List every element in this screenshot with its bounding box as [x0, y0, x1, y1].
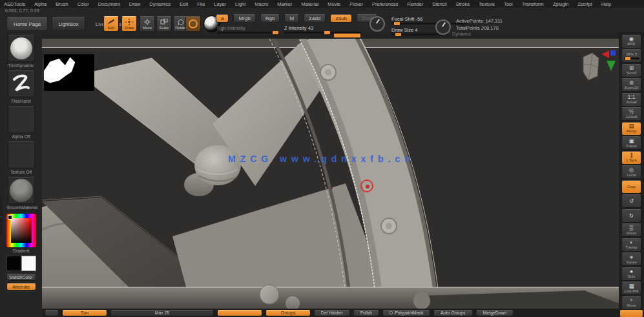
shelf-button[interactable]: + Move	[621, 296, 641, 310]
quick-bar-button[interactable]: Auto Groups	[433, 310, 472, 316]
shelf-button[interactable]: ↺	[621, 194, 641, 208]
move-button[interactable]: Move	[140, 16, 155, 32]
shelf-button[interactable]: ½ AAHalf	[621, 107, 641, 121]
alternate-button[interactable]: Alternate	[6, 283, 36, 291]
menu-item[interactable]: Document	[98, 1, 120, 7]
home-page-button[interactable]: Home Page	[6, 17, 48, 31]
draw-label: Draw	[125, 26, 134, 30]
scale-button[interactable]: Scale	[156, 16, 172, 32]
shelf-button[interactable]: 1:1 Actual	[621, 93, 641, 107]
draw-button[interactable]: Draw	[121, 16, 137, 32]
shelf-button[interactable]: ◎ Local	[621, 165, 641, 179]
alpha-thumbnail	[8, 106, 35, 133]
menu-item[interactable]: Render	[408, 1, 424, 7]
menu-item[interactable]: Dynamics	[149, 1, 171, 7]
main-color-swatch[interactable]	[6, 256, 21, 271]
quick-bar-button[interactable]: Sun	[62, 310, 107, 316]
menu-item[interactable]: Stroke	[456, 1, 470, 7]
switch-color-button[interactable]: SwitchColor	[6, 274, 36, 281]
spix-slider[interactable]	[624, 57, 639, 59]
menu-item[interactable]: Marker	[277, 1, 292, 7]
brush-preview-button[interactable]	[185, 16, 201, 32]
menu-item[interactable]: Alpha	[34, 1, 47, 7]
quick-bar-button[interactable]: Polish	[353, 310, 380, 316]
quick-bar-button[interactable]: Max 25	[110, 310, 214, 316]
document-canvas[interactable]: MZCG www.qdnxxfb.cn	[42, 39, 619, 309]
mode-button[interactable]: a	[216, 14, 229, 23]
current-texture[interactable]: Texture Off	[7, 141, 36, 174]
menu-item[interactable]: File	[197, 1, 205, 7]
menu-item[interactable]: Draw	[129, 1, 141, 7]
freehand-stroke-icon	[10, 73, 32, 95]
shelf-button[interactable]: ∗ Xpose	[621, 252, 641, 266]
panel-divider-handle[interactable]: ‹	[0, 197, 3, 236]
quick-bar-button[interactable]	[217, 310, 262, 316]
menu-item[interactable]: Macro	[254, 1, 268, 7]
quick-bar-button[interactable]: MergeDown	[476, 310, 514, 316]
transp-icon: ◐	[630, 240, 633, 245]
quick-bar-button[interactable]	[45, 310, 59, 316]
shelf-button[interactable]: ◐ Transp	[621, 238, 641, 252]
lightbox-button[interactable]: LightBox	[52, 17, 85, 31]
edit-button[interactable]: Edit	[103, 16, 119, 32]
shelf-corner-button[interactable]	[620, 310, 643, 317]
rgb-intensity-label: Rgb Intensity	[217, 25, 279, 31]
shelf-button[interactable]: ▦ Link PM	[621, 281, 641, 295]
mode-button[interactable]: Zsub	[330, 14, 352, 23]
shelf-button[interactable]: ∥ L.Sym	[621, 151, 641, 165]
progress-indicator	[334, 34, 360, 37]
menu-item[interactable]: Movie	[327, 1, 340, 7]
current-material[interactable]: SmoothMaterial	[7, 177, 36, 210]
dynamic-toggle[interactable]: Dynamic	[452, 31, 471, 37]
menu-item[interactable]: Transform	[522, 1, 544, 7]
menu-item[interactable]: Zscript	[577, 1, 592, 7]
radio-dot-icon	[390, 311, 393, 314]
shelf-button[interactable]: SPix 3	[621, 49, 641, 63]
current-alpha[interactable]: Alpha Off	[7, 106, 36, 139]
menu-item[interactable]: Material	[302, 1, 319, 7]
menu-item[interactable]: Layer	[214, 1, 226, 7]
shelf-button[interactable]: ⊕ Zoom3D	[621, 78, 641, 92]
zoom-magnifier-icon: ⊕	[629, 80, 634, 86]
mode-button[interactable]: M	[284, 14, 299, 23]
menu-item[interactable]: Light	[235, 1, 245, 7]
menu-item[interactable]: Brush	[56, 1, 68, 7]
shelf-button[interactable]: ⊞ Scroll	[621, 64, 641, 77]
quick-bar-button[interactable]: PolypaintMask	[382, 310, 430, 316]
menu-item[interactable]: ASDTools	[4, 1, 25, 7]
shelf-button[interactable]: Copy	[621, 180, 641, 194]
gyro-dial[interactable]	[435, 19, 451, 35]
menu-item[interactable]: Color	[78, 1, 89, 7]
rgb-intensity-slider[interactable]: Rgb Intensity	[217, 25, 279, 34]
current-stroke[interactable]: FreeHand	[7, 70, 36, 103]
quick-bar-button[interactable]: Del Hidden	[314, 310, 350, 316]
shelf-button[interactable]: ◉ BPR	[621, 35, 641, 48]
shelf-button[interactable]: ↻	[621, 209, 641, 223]
bolt	[381, 218, 397, 234]
shelf-button[interactable]: ▣ Frame	[621, 136, 641, 150]
mode-button[interactable]: Zadd	[304, 14, 326, 23]
current-brush[interactable]: TrimDynamic	[7, 35, 36, 68]
menu-item[interactable]: Stencil	[432, 1, 447, 7]
frame-icon: ▣	[628, 138, 634, 144]
menu-item[interactable]: Help	[601, 1, 611, 7]
brush-name: TrimDynamic	[7, 63, 36, 68]
shelf-button[interactable]: ▒ Ghost	[621, 223, 641, 237]
menu-item[interactable]: Edit	[180, 1, 188, 7]
secondary-color-swatch[interactable]	[21, 256, 36, 271]
shelf-button[interactable]: ● Solo	[621, 267, 641, 281]
brush-thumbnail-icon	[10, 37, 32, 59]
stroke-curve-dial[interactable]	[369, 16, 385, 32]
shelf-button[interactable]: ▤ Persp	[621, 122, 641, 136]
z-intensity-slider[interactable]: Z Intensity 43	[284, 25, 362, 34]
menu-item[interactable]: Picker	[349, 1, 363, 7]
undo-icon: ↺	[629, 198, 634, 204]
mode-button[interactable]: Rgb	[260, 14, 280, 23]
quick-bar-button[interactable]: Groups	[265, 310, 311, 316]
color-picker[interactable]	[6, 214, 36, 247]
mode-button[interactable]: Mrgb	[233, 14, 255, 23]
menu-item[interactable]: Texture	[479, 1, 495, 7]
menu-item[interactable]: Preferences	[372, 1, 398, 7]
menu-item[interactable]: Tool	[504, 1, 513, 7]
menu-item[interactable]: Zplugin	[553, 1, 569, 7]
